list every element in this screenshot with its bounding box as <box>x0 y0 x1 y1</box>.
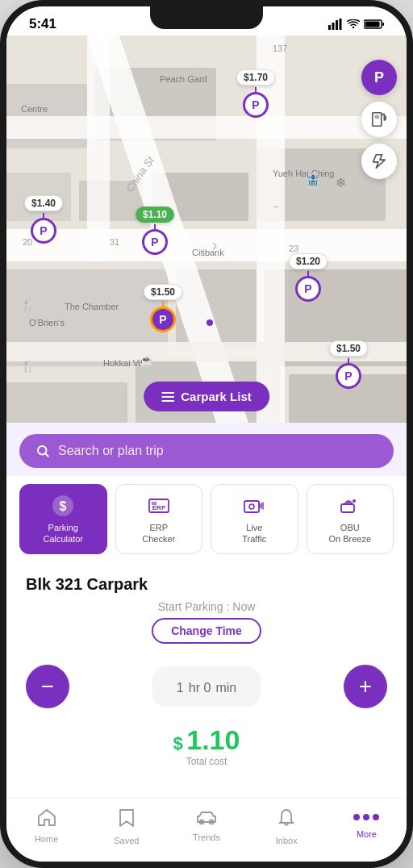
parking-marker-1.50-orange[interactable]: $1.50 P <box>144 284 182 332</box>
svg-rect-49 <box>161 400 174 402</box>
parking-pin: P <box>295 276 321 302</box>
plus-icon: + <box>359 674 372 699</box>
duration-display: 1 hr 0 min <box>152 666 261 707</box>
erp-icon: ERP <box>146 493 172 519</box>
svg-rect-1 <box>332 23 335 30</box>
phone-inner: 5:41 <box>6 6 407 862</box>
parking-marker-1.20[interactable]: $1.20 P <box>289 253 327 302</box>
battery-icon <box>364 19 384 29</box>
parking-pin: P <box>336 363 361 389</box>
bell-icon <box>278 808 294 833</box>
min-label: min <box>215 681 236 695</box>
list-icon <box>161 390 174 403</box>
svg-text:Centre: Centre <box>21 104 48 114</box>
nav-saved[interactable]: Saved <box>86 805 166 849</box>
carpark-info: Blk 321 Carpark Start Parking : Now Chan… <box>6 562 407 655</box>
svg-rect-17 <box>6 382 127 423</box>
car-icon <box>196 808 217 829</box>
minus-icon: − <box>41 674 54 699</box>
parking-time-label: Start Parking : Now <box>26 600 387 613</box>
nav-trends[interactable]: Trends <box>166 805 246 849</box>
parking-marker-1.40[interactable]: $1.40 P <box>24 195 63 244</box>
more-icon <box>348 808 384 826</box>
nav-more[interactable]: More <box>327 805 407 849</box>
svg-rect-3 <box>340 19 342 30</box>
fuel-btn[interactable] <box>361 102 397 137</box>
price-display: $ 1.10 Total cost <box>6 718 407 769</box>
camera-icon <box>241 493 267 519</box>
nav-saved-label: Saved <box>114 836 139 845</box>
signal-icon <box>328 19 343 30</box>
ev-btn[interactable] <box>361 144 397 179</box>
nav-inbox[interactable]: Inbox <box>247 805 327 849</box>
change-time-button[interactable]: Change Time <box>152 618 261 644</box>
svg-rect-48 <box>161 396 174 398</box>
parking-marker-1.50-right[interactable]: $1.50 P <box>329 340 368 389</box>
ev-icon <box>370 152 388 170</box>
nav-more-label: More <box>357 829 377 839</box>
erp-label: ERPChecker <box>142 522 175 545</box>
svg-point-59 <box>353 499 356 503</box>
phone-frame: 5:41 <box>0 0 413 868</box>
svg-rect-23 <box>6 116 407 139</box>
price-bubble: $1.20 <box>289 253 327 269</box>
svg-rect-25 <box>87 35 110 261</box>
parking-pin: P <box>243 92 269 118</box>
svg-rect-45 <box>373 113 382 127</box>
nav-trends-label: Trends <box>193 833 220 842</box>
svg-text:31: 31 <box>110 237 119 247</box>
nav-home-label: Home <box>35 834 58 844</box>
increment-button[interactable]: + <box>344 665 387 708</box>
minutes-value: 0 <box>203 681 211 695</box>
map-area[interactable]: China St › › 31 23 20 137 Centre Yueh Ha… <box>6 35 407 423</box>
dot-marker <box>206 319 213 326</box>
erp-svg: ERP <box>148 495 170 517</box>
svg-text:☕: ☕ <box>140 354 154 368</box>
parking-marker-1.10[interactable]: $1.10 P <box>136 207 174 255</box>
bottom-panel: Search or plan trip $ ParkingCalculator <box>6 423 407 798</box>
decrement-button[interactable]: − <box>26 665 69 708</box>
home-svg <box>37 808 56 826</box>
bottom-nav: Home Saved Trends <box>6 798 407 862</box>
svg-text:$: $ <box>60 499 67 513</box>
search-placeholder: Search or plan trip <box>58 444 164 458</box>
action-erp-checker[interactable]: ERP ERPChecker <box>115 484 203 554</box>
action-obu[interactable]: OBUOn Breeze <box>307 484 394 554</box>
price-row: $ 1.10 <box>6 724 407 756</box>
parking-pin: P <box>31 218 56 244</box>
quick-actions: $ ParkingCalculator ERP ERPChecker <box>6 476 407 562</box>
home-icon <box>37 808 56 831</box>
carpark-name: Blk 321 Carpark <box>26 575 387 594</box>
hours-value: 1 <box>177 681 184 695</box>
parking-pin-active: P <box>150 307 176 332</box>
obu-svg <box>339 495 361 517</box>
parking-marker-1.70[interactable]: $1.70 P <box>236 69 275 118</box>
action-parking-calculator[interactable]: $ ParkingCalculator <box>19 484 107 554</box>
obu-label: OBUOn Breeze <box>328 522 371 545</box>
price-bubble-green: $1.10 <box>136 207 174 223</box>
svg-text:O'Brien's: O'Brien's <box>29 318 65 328</box>
svg-text:Peach Gard: Peach Gard <box>160 74 207 84</box>
parking-calculator-icon: $ <box>50 493 76 519</box>
camera-svg <box>243 495 265 517</box>
map-side-buttons: P <box>361 60 397 179</box>
svg-point-57 <box>249 504 254 509</box>
svg-rect-47 <box>161 392 174 394</box>
nav-home[interactable]: Home <box>6 805 86 849</box>
svg-rect-6 <box>365 22 380 27</box>
svg-rect-46 <box>375 115 380 119</box>
svg-text:🍴: 🍴 <box>21 299 35 313</box>
dollar-icon: $ <box>52 495 74 517</box>
price-bubble: $1.40 <box>24 195 63 211</box>
search-bar[interactable]: Search or plan trip <box>19 434 394 468</box>
action-live-traffic[interactable]: LiveTraffic <box>211 484 298 554</box>
parking-type-btn[interactable]: P <box>361 60 397 95</box>
svg-rect-2 <box>336 20 338 30</box>
hr-label: hr <box>189 681 204 695</box>
svg-rect-58 <box>341 504 354 512</box>
svg-rect-56 <box>244 501 259 512</box>
p-icon: P <box>374 69 384 86</box>
status-time: 5:41 <box>29 16 56 32</box>
svg-rect-0 <box>328 25 331 30</box>
carpark-list-button[interactable]: Carpark List <box>144 382 269 411</box>
